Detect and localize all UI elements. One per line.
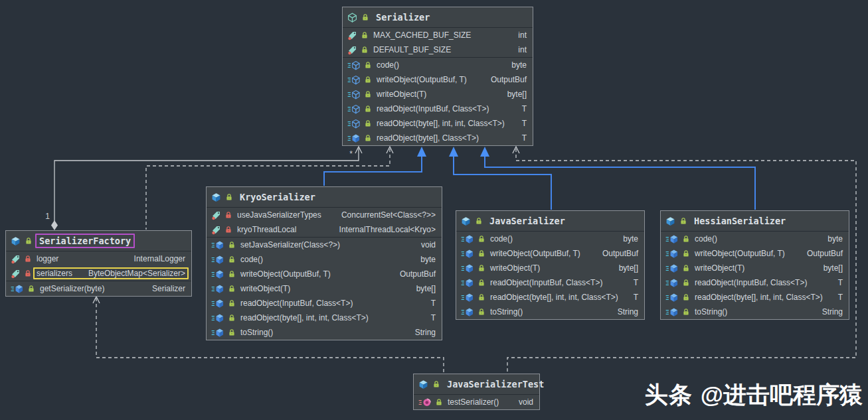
edge-hessian-extends-serializer[interactable] xyxy=(480,147,755,210)
method-cube-icon xyxy=(211,240,224,250)
method-cube-icon xyxy=(665,249,679,259)
class-box-hessian-serializer[interactable]: HessianSerializer code()byte writeObject… xyxy=(660,210,849,320)
member-type: T xyxy=(515,104,527,113)
method-row[interactable]: testSerializer()void xyxy=(414,395,539,409)
member-name: toString() xyxy=(490,307,523,316)
member-name: code() xyxy=(490,234,513,244)
green-lock-icon xyxy=(225,193,233,201)
method-row[interactable]: readObject(byte[], Class<T>)T xyxy=(343,131,533,145)
method-row[interactable]: code()byte xyxy=(661,232,849,246)
member-name: writeObject(OutputBuf, T) xyxy=(490,249,580,258)
class-box-kryo-serializer[interactable]: KryoSerializer useJavaSerializerTypesCon… xyxy=(206,186,442,340)
method-row[interactable]: writeObject(OutputBuf, T)OutputBuf xyxy=(661,246,849,261)
method-row[interactable]: readObject(byte[], int, int, Class<T>)T xyxy=(456,290,644,305)
method-row[interactable]: writeObject(OutputBuf, T)OutputBuf xyxy=(343,72,533,87)
method-row[interactable]: readObject(byte[], int, int, Class<T>)T xyxy=(661,290,849,305)
green-lock-icon xyxy=(475,217,483,225)
class-header-serializer[interactable]: Serializer xyxy=(343,7,533,28)
member-name: kryoThreadLocal xyxy=(237,225,296,234)
method-row[interactable]: writeObject(T)byte[] xyxy=(207,281,442,296)
method-row[interactable]: readObject(InputBuf, Class<T>)T xyxy=(456,275,644,290)
field-row[interactable]: loggerInternalLogger xyxy=(6,251,191,266)
green-lock-icon xyxy=(25,237,33,245)
abstract-method-cube-outline-icon xyxy=(347,90,361,100)
green-lock-icon xyxy=(682,235,690,243)
field-tag-icon xyxy=(11,254,21,264)
field-row[interactable]: useJavaSerializerTypesConcurrentSet<Clas… xyxy=(207,208,442,222)
method-row[interactable]: code()byte xyxy=(343,58,533,72)
class-header-kryo-serializer[interactable]: KryoSerializer xyxy=(207,187,442,208)
method-row[interactable]: toString()String xyxy=(456,305,644,319)
method-row[interactable]: setJavaSerializer(Class<?>)void xyxy=(207,238,442,252)
class-cube-icon xyxy=(211,192,221,202)
method-cube-icon xyxy=(665,263,679,273)
method-row[interactable]: readObject(InputBuf, Class<T>)T xyxy=(661,275,849,290)
green-lock-icon xyxy=(364,90,372,98)
method-cube-icon xyxy=(211,284,224,294)
green-lock-icon xyxy=(682,249,690,257)
method-cube-icon xyxy=(11,284,24,294)
method-row[interactable]: writeObject(T)byte[] xyxy=(661,261,849,275)
member-type: InternalThreadLocal<Kryo> xyxy=(333,225,436,234)
member-type: byte[] xyxy=(410,284,436,293)
method-row[interactable]: readObject(byte[], int, int, Class<T>)T xyxy=(343,116,533,131)
member-type: int xyxy=(511,31,527,40)
field-row[interactable]: kryoThreadLocalInternalThreadLocal<Kryo> xyxy=(207,222,442,237)
member-name: toString() xyxy=(240,328,273,337)
member-name: writeObject(T) xyxy=(240,284,290,293)
field-row[interactable]: DEFAULT_BUF_SIZEint xyxy=(343,42,533,57)
member-name: toString() xyxy=(695,307,727,316)
member-type: byte[] xyxy=(612,263,638,273)
member-type: OutputBuf xyxy=(484,75,527,84)
class-cube-icon xyxy=(11,236,21,246)
member-name: DEFAULT_BUF_SIZE xyxy=(373,45,451,54)
method-row[interactable]: toString()String xyxy=(207,325,442,340)
class-box-java-serializer-test[interactable]: JavaSerializerTest testSerializer()void xyxy=(413,374,540,410)
edge-java-extends-serializer[interactable] xyxy=(449,147,551,210)
class-header-java-serializer[interactable]: JavaSerializer xyxy=(456,211,644,232)
member-type: T xyxy=(831,293,843,302)
member-name: readObject(byte[], Class<T>) xyxy=(377,133,479,143)
method-row[interactable]: writeObject(OutputBuf, T)OutputBuf xyxy=(456,246,644,261)
method-row[interactable]: writeObject(OutputBuf, T)OutputBuf xyxy=(207,267,442,281)
green-lock-icon xyxy=(364,105,372,113)
field-row[interactable]: MAX_CACHED_BUF_SIZEint xyxy=(343,28,533,42)
member-name: readObject(byte[], int, int, Class<T>) xyxy=(695,293,823,302)
class-header-java-serializer-test[interactable]: JavaSerializerTest xyxy=(414,374,539,395)
class-box-java-serializer[interactable]: JavaSerializer code()byte writeObject(Ou… xyxy=(456,210,645,320)
method-row[interactable]: code()byte xyxy=(456,232,644,246)
member-name: readObject(InputBuf, Class<T>) xyxy=(695,278,807,287)
watermark: 头条 @进击吧程序猿 xyxy=(645,380,863,411)
method-row[interactable]: getSerializer(byte)Serializer xyxy=(6,281,191,296)
member-type: OutputBuf xyxy=(800,249,843,258)
class-cube-icon xyxy=(665,216,675,226)
member-name: setJavaSerializer(Class<?>) xyxy=(240,240,340,249)
member-type: void xyxy=(414,240,436,249)
method-row[interactable]: writeObject(T)byte[] xyxy=(456,261,644,275)
method-row[interactable]: toString()String xyxy=(661,305,849,319)
method-row[interactable]: writeObject(T)byte[] xyxy=(343,87,533,102)
class-header-hessian-serializer[interactable]: HessianSerializer xyxy=(661,211,849,232)
multiplicity-label-many: * xyxy=(349,149,353,159)
member-name: readObject(byte[], int, int, Class<T>) xyxy=(377,119,505,128)
method-row[interactable]: readObject(byte[], int, int, Class<T>)T xyxy=(207,311,442,325)
member-name: readObject(byte[], int, int, Class<T>) xyxy=(490,293,618,302)
method-row[interactable]: readObject(InputBuf, Class<T>)T xyxy=(207,296,442,311)
field-tag-icon xyxy=(211,210,221,220)
member-name: code() xyxy=(695,234,717,244)
class-box-serializer[interactable]: Serializer MAX_CACHED_BUF_SIZEint DEFAUL… xyxy=(342,7,533,146)
red-lock-icon xyxy=(24,255,32,263)
green-lock-icon xyxy=(361,46,369,54)
member-name: readObject(InputBuf, Class<T>) xyxy=(377,104,489,113)
class-title: JavaSerializerTest xyxy=(447,379,544,389)
method-cube-icon xyxy=(211,328,224,338)
green-lock-icon xyxy=(228,285,236,293)
class-box-serializer-factory[interactable]: SerializerFactory loggerInternalLogger s… xyxy=(5,230,192,297)
class-header-serializer-factory[interactable]: SerializerFactory xyxy=(6,231,191,251)
member-name: writeObject(OutputBuf, T) xyxy=(377,75,467,84)
method-row[interactable]: readObject(InputBuf, Class<T>)T xyxy=(343,102,533,116)
field-row-highlighted[interactable]: serializersByteObjectMap<Serializer> xyxy=(6,266,191,281)
watermark-handle: @进击吧程序猿 xyxy=(701,380,863,411)
member-type: Serializer xyxy=(145,284,185,293)
method-row[interactable]: code()byte xyxy=(207,252,442,267)
